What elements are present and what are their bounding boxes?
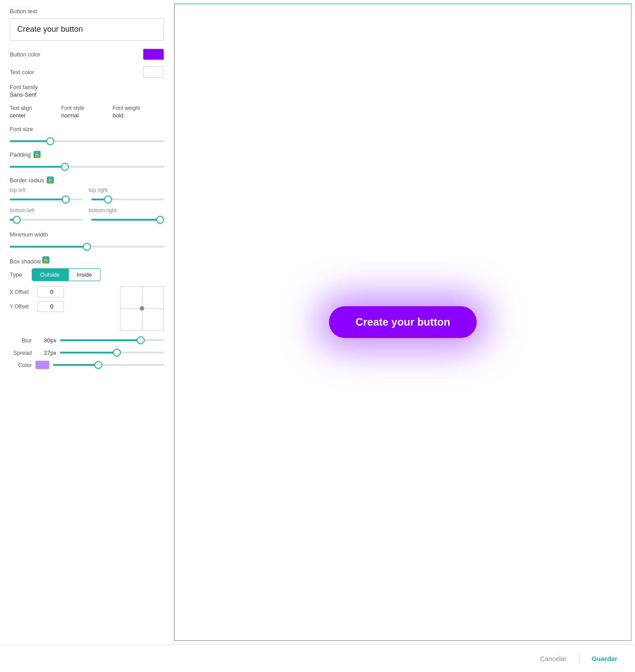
text-color-label: Text color — [10, 69, 34, 75]
font-size-section: Font size — [10, 126, 164, 144]
shadow-visual — [120, 286, 164, 330]
preview-button[interactable]: Create your button — [329, 306, 477, 338]
border-radius-label: Border radius — [10, 176, 164, 184]
preview-panel: Create your button — [174, 4, 631, 641]
font-style-label: Font style — [61, 105, 113, 111]
border-radius-lock-icon[interactable] — [47, 176, 54, 184]
border-radius-section: Border radius top left top right bottom … — [10, 176, 164, 224]
x-offset-row: X Offset — [10, 286, 113, 297]
y-offset-label: Y Offset — [10, 304, 34, 310]
text-align-item: Text align center — [10, 105, 61, 119]
left-panel: Button text Button color Text color Font… — [0, 0, 174, 644]
font-size-label: Font size — [10, 126, 164, 132]
button-text-input[interactable] — [10, 18, 164, 41]
font-weight-label: Font weight — [112, 105, 164, 111]
box-shadow-lock-icon[interactable] — [42, 256, 49, 263]
box-shadow-section: Box shadow Type Outside Inside X Offset … — [10, 256, 164, 369]
spread-value: 27px — [35, 349, 56, 356]
bottom-left-slider[interactable] — [10, 219, 82, 221]
offset-visual-row: X Offset Y Offset — [10, 286, 164, 330]
bottom-left-label: bottom left — [10, 207, 85, 214]
blur-label: Blur — [10, 337, 32, 344]
minimum-width-slider[interactable] — [10, 246, 164, 248]
inside-toggle[interactable]: Inside — [68, 268, 101, 281]
shadow-visual-dot — [140, 306, 144, 311]
offset-inputs: X Offset Y Offset — [10, 286, 113, 330]
text-properties-row: Text align center Font style normal Font… — [10, 105, 164, 119]
spread-slider[interactable] — [60, 352, 164, 353]
shadow-color-swatch[interactable] — [35, 360, 49, 369]
bottom-right-slider-container — [91, 215, 164, 224]
button-text-label: Button text — [10, 8, 164, 15]
shadow-color-slider-container — [53, 360, 164, 369]
padding-lock-icon[interactable] — [34, 151, 41, 158]
top-right-slider-container — [91, 195, 164, 204]
x-offset-label: X Offset — [10, 289, 34, 295]
border-radius-top-labels: top left top right — [10, 187, 164, 193]
minimum-width-label: Minimum width — [10, 231, 164, 238]
padding-label: Padding — [10, 151, 164, 158]
box-shadow-label: Box shadow — [10, 256, 164, 265]
text-align-value: center — [10, 112, 61, 119]
top-left-slider[interactable] — [10, 199, 82, 200]
y-offset-row: Y Offset — [10, 301, 113, 312]
top-right-slider[interactable] — [91, 199, 164, 200]
shadow-color-label: Color — [10, 362, 32, 368]
shadow-color-row: Color — [10, 360, 164, 369]
cancel-button[interactable]: Cancelar — [535, 651, 572, 666]
minimum-width-section: Minimum width — [10, 231, 164, 249]
font-size-slider[interactable] — [10, 140, 164, 142]
shadow-color-slider[interactable] — [53, 364, 164, 366]
font-style-item: Font style normal — [61, 105, 113, 119]
blur-slider-container — [60, 336, 164, 345]
bottom-right-label: bottom right — [89, 207, 164, 214]
x-offset-input[interactable] — [37, 286, 64, 297]
save-button[interactable]: Guardar — [586, 651, 623, 666]
border-radius-top-sliders — [10, 195, 164, 204]
font-family-label: Font family — [10, 84, 164, 90]
font-family-section: Font family Sans-Serif — [10, 84, 164, 98]
footer: Cancelar Guardar — [0, 644, 635, 672]
spread-row: Spread 27px — [10, 348, 164, 357]
blur-slider[interactable] — [60, 339, 164, 341]
text-color-row: Text color — [10, 66, 164, 78]
border-radius-bottom-labels: bottom left bottom right — [10, 207, 164, 214]
button-color-label: Button color — [10, 51, 40, 58]
spread-label: Spread — [10, 349, 32, 356]
bottom-left-slider-container — [10, 215, 82, 224]
outside-toggle[interactable]: Outside — [32, 268, 68, 281]
font-weight-item: Font weight bold — [112, 105, 164, 119]
footer-divider — [579, 653, 579, 663]
type-label: Type — [10, 271, 32, 278]
top-right-label: top right — [89, 187, 164, 193]
top-left-label: top left — [10, 187, 85, 193]
blur-row: Blur 80px — [10, 336, 164, 345]
font-style-value: normal — [61, 112, 113, 119]
border-radius-bottom-sliders — [10, 215, 164, 224]
blur-value: 80px — [35, 337, 56, 344]
type-toggle-row: Type Outside Inside — [10, 268, 164, 281]
top-left-slider-container — [10, 195, 82, 204]
y-offset-input[interactable] — [37, 301, 64, 312]
font-weight-value: bold — [112, 112, 164, 119]
font-family-value: Sans-Serif — [10, 91, 164, 98]
button-color-row: Button color — [10, 49, 164, 60]
padding-section: Padding — [10, 151, 164, 169]
text-color-swatch[interactable] — [143, 66, 164, 78]
bottom-right-slider[interactable] — [91, 219, 164, 221]
button-color-swatch[interactable] — [143, 49, 164, 60]
text-align-label: Text align — [10, 105, 61, 111]
spread-slider-container — [60, 348, 164, 357]
padding-slider[interactable] — [10, 166, 164, 168]
